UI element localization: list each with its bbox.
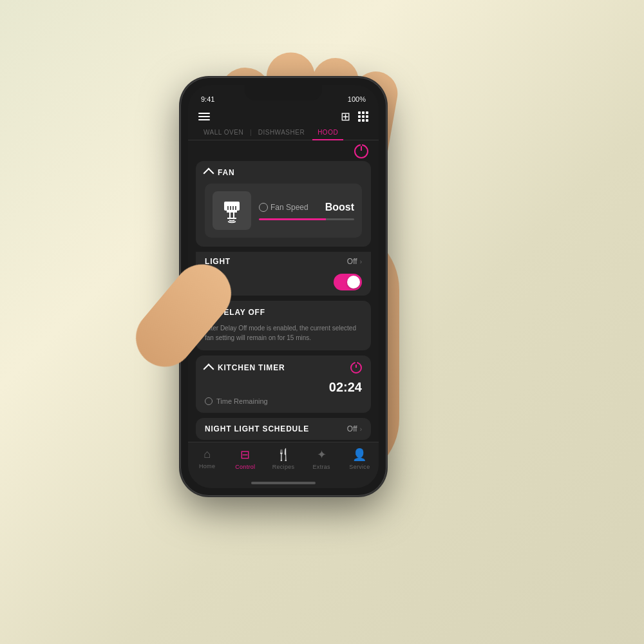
- notch: [245, 85, 322, 100]
- battery: 100%: [348, 95, 366, 103]
- fan-speed-value: Boost: [325, 202, 354, 213]
- bottom-nav: ⌂ Home ⊟ Control 🍴 Recipes ✦ Extras 👤: [188, 442, 379, 488]
- svg-rect-2: [229, 213, 231, 218]
- nav-extras[interactable]: ✦ Extras: [303, 448, 341, 470]
- app-header: ⊞: [188, 106, 379, 122]
- night-light-label: NIGHT LIGHT SCHEDULE: [205, 424, 309, 433]
- fan-chevron-icon: [204, 168, 214, 179]
- nav-control[interactable]: ⊟ Control: [226, 448, 264, 470]
- time: 9:41: [201, 95, 214, 103]
- timer-left: KITCHEN TIMER: [205, 363, 285, 373]
- fan-card: Fan Speed Boost: [205, 184, 362, 238]
- clock-icon: [205, 397, 213, 405]
- timer-power-icon[interactable]: [350, 362, 362, 374]
- svg-rect-1: [227, 211, 237, 213]
- nav-home-label: Home: [199, 463, 215, 469]
- hamburger-icon[interactable]: [198, 113, 210, 120]
- delay-description: After Delay Off mode is enabled, the cur…: [196, 323, 371, 350]
- add-device-icon[interactable]: ⊞: [341, 111, 350, 122]
- tab-wall-oven[interactable]: WALL OVEN: [198, 125, 249, 140]
- scene: 9:41 100% ⊞: [0, 0, 644, 644]
- home-icon: ⌂: [204, 448, 211, 461]
- timer-sublabel: Time Remaining: [196, 397, 371, 413]
- toggle-knob: [347, 276, 360, 289]
- svg-rect-0: [224, 202, 240, 211]
- night-light-chevron-icon: ›: [360, 426, 362, 433]
- tab-sep-1: |: [249, 125, 253, 140]
- recipes-icon: 🍴: [276, 448, 290, 462]
- power-button-area: [188, 140, 379, 161]
- service-icon: 👤: [352, 448, 366, 462]
- nav-control-label: Control: [235, 464, 255, 470]
- extras-icon: ✦: [317, 448, 327, 462]
- speed-slider[interactable]: [259, 218, 354, 220]
- home-indicator: [251, 482, 316, 484]
- nav-home[interactable]: ⌂ Home: [188, 448, 226, 469]
- fan-controls: Fan Speed Boost: [259, 202, 354, 220]
- fan-content: Fan Speed Boost: [196, 184, 371, 247]
- svg-rect-4: [227, 218, 236, 219]
- header-icons: ⊞: [341, 111, 368, 122]
- nav-extras-label: Extras: [313, 464, 330, 470]
- nav-recipes-label: Recipes: [272, 464, 295, 470]
- night-light-section: NIGHT LIGHT SCHEDULE Off ›: [196, 418, 371, 440]
- power-icon[interactable]: [354, 144, 368, 158]
- fan-speed-row: Fan Speed Boost: [259, 202, 354, 213]
- kitchen-timer-section: KITCHEN TIMER 02:24 Time Remaining: [196, 355, 371, 413]
- timer-value: 02:24: [196, 380, 371, 397]
- light-row: LIGHT Off ›: [196, 252, 371, 271]
- fan-speed-icon: [259, 203, 268, 212]
- fan-section-header[interactable]: FAN: [196, 161, 371, 184]
- fan-section: FAN: [196, 161, 371, 247]
- timer-header: KITCHEN TIMER: [196, 355, 371, 380]
- nav-service-label: Service: [349, 464, 370, 470]
- nav-recipes[interactable]: 🍴 Recipes: [264, 448, 302, 470]
- control-icon: ⊟: [240, 448, 250, 462]
- tab-dishwasher[interactable]: DISHWASHER: [253, 125, 310, 140]
- timer-chevron-icon: [204, 363, 214, 374]
- light-chevron-icon: ›: [360, 258, 362, 265]
- light-toggle[interactable]: Off ›: [347, 257, 362, 266]
- fan-speed-label: Fan Speed: [259, 203, 308, 212]
- tab-hood[interactable]: HOOD: [312, 125, 343, 140]
- night-light-toggle[interactable]: Off ›: [347, 424, 362, 433]
- nav-service[interactable]: 👤 Service: [341, 448, 379, 470]
- svg-rect-3: [233, 213, 234, 218]
- tab-bar: WALL OVEN | DISHWASHER HOOD: [188, 125, 379, 140]
- fan-title: FAN: [218, 168, 234, 177]
- fan-image: [213, 191, 251, 230]
- hood-svg: [219, 198, 245, 223]
- timer-title: KITCHEN TIMER: [218, 363, 285, 372]
- delay-toggle[interactable]: [334, 274, 362, 290]
- grid-icon[interactable]: [358, 111, 368, 122]
